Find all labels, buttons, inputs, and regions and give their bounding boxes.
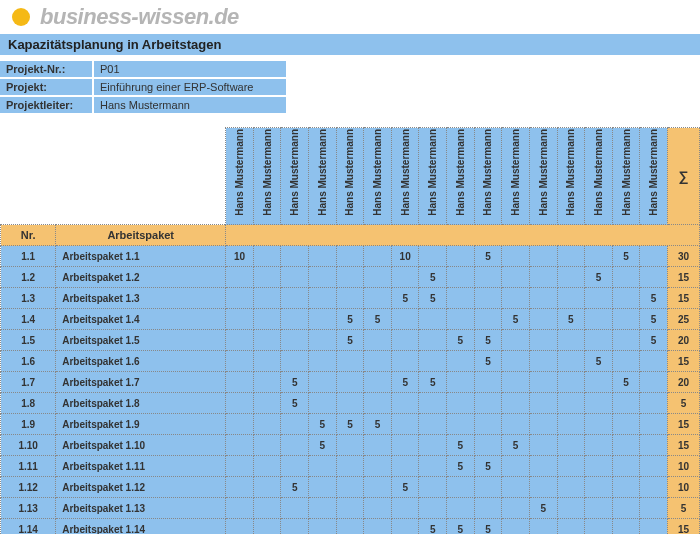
cell-rowsum: 15 <box>667 267 699 288</box>
cell-value <box>336 498 364 519</box>
cell-nr: 1.3 <box>1 288 56 309</box>
cell-value <box>364 372 392 393</box>
cell-value: 5 <box>474 456 502 477</box>
person-name: Hans Mustermann <box>262 129 273 216</box>
cell-value: 5 <box>336 330 364 351</box>
person-name: Hans Mustermann <box>234 129 245 216</box>
cell-value <box>585 519 613 535</box>
cell-value <box>529 393 557 414</box>
cell-value <box>281 435 309 456</box>
cell-value <box>281 351 309 372</box>
cell-nr: 1.12 <box>1 477 56 498</box>
cell-rowsum: 30 <box>667 246 699 267</box>
person-name: Hans Mustermann <box>565 129 576 216</box>
cell-value <box>226 498 254 519</box>
cell-ap: Arbeitspaket 1.10 <box>56 435 226 456</box>
cell-value <box>336 393 364 414</box>
cell-value <box>364 246 392 267</box>
cell-value: 5 <box>585 267 613 288</box>
cell-value <box>281 414 309 435</box>
cell-value <box>336 435 364 456</box>
person-col: Hans Mustermann <box>419 128 447 225</box>
cell-nr: 1.5 <box>1 330 56 351</box>
cell-value: 5 <box>585 351 613 372</box>
cell-value <box>557 267 585 288</box>
cell-value <box>419 351 447 372</box>
cell-value <box>391 267 419 288</box>
cell-value <box>557 519 585 535</box>
cell-value <box>253 267 281 288</box>
person-name: Hans Mustermann <box>427 129 438 216</box>
cell-value <box>585 330 613 351</box>
col-nr: Nr. <box>1 225 56 246</box>
cell-value <box>253 414 281 435</box>
cell-nr: 1.2 <box>1 267 56 288</box>
cell-value <box>281 309 309 330</box>
cell-value <box>612 351 640 372</box>
table-row: 1.14Arbeitspaket 1.1455515 <box>1 519 700 535</box>
cell-ap: Arbeitspaket 1.12 <box>56 477 226 498</box>
cell-value <box>585 456 613 477</box>
cell-value <box>474 393 502 414</box>
cell-value <box>364 456 392 477</box>
meta-leiter-label: Projektleiter: <box>0 97 92 113</box>
cell-rowsum: 15 <box>667 414 699 435</box>
cell-value <box>612 519 640 535</box>
table-row: 1.3Arbeitspaket 1.355515 <box>1 288 700 309</box>
cell-value <box>447 267 475 288</box>
cell-value <box>557 351 585 372</box>
cell-value <box>529 435 557 456</box>
person-name: Hans Mustermann <box>510 129 521 216</box>
cell-value <box>557 288 585 309</box>
cell-value <box>447 309 475 330</box>
cell-ap: Arbeitspaket 1.14 <box>56 519 226 535</box>
cell-value <box>640 498 668 519</box>
cell-ap: Arbeitspaket 1.9 <box>56 414 226 435</box>
cell-value <box>226 330 254 351</box>
cell-value <box>309 477 337 498</box>
cell-value: 5 <box>419 267 447 288</box>
cell-nr: 1.4 <box>1 309 56 330</box>
person-col: Hans Mustermann <box>640 128 668 225</box>
cell-value <box>502 414 530 435</box>
cell-value <box>391 498 419 519</box>
cell-value <box>281 246 309 267</box>
cell-value <box>253 393 281 414</box>
cell-value: 5 <box>309 435 337 456</box>
cell-value <box>253 246 281 267</box>
cell-nr: 1.10 <box>1 435 56 456</box>
person-col: Hans Mustermann <box>281 128 309 225</box>
cell-value <box>226 519 254 535</box>
cell-value: 5 <box>474 330 502 351</box>
cell-value <box>226 288 254 309</box>
cell-ap: Arbeitspaket 1.13 <box>56 498 226 519</box>
cell-value <box>226 414 254 435</box>
table-row: 1.9Arbeitspaket 1.955515 <box>1 414 700 435</box>
cell-value <box>391 393 419 414</box>
cell-value: 5 <box>391 288 419 309</box>
cell-value <box>253 519 281 535</box>
cell-value <box>612 414 640 435</box>
cell-value <box>585 246 613 267</box>
cell-value <box>557 477 585 498</box>
cell-value <box>419 477 447 498</box>
cell-value <box>391 351 419 372</box>
person-name: Hans Mustermann <box>593 129 604 216</box>
table-row: 1.5Arbeitspaket 1.5555520 <box>1 330 700 351</box>
cell-value <box>585 288 613 309</box>
cell-value <box>612 309 640 330</box>
meta-projektnr-value: P01 <box>94 61 286 77</box>
cell-value <box>447 246 475 267</box>
cell-value <box>281 267 309 288</box>
cell-value: 5 <box>419 519 447 535</box>
cell-value <box>253 351 281 372</box>
person-col: Hans Mustermann <box>253 128 281 225</box>
cell-value <box>309 498 337 519</box>
cell-value: 5 <box>502 435 530 456</box>
person-name: Hans Mustermann <box>621 129 632 216</box>
logo-text: business-wissen.de <box>40 4 239 30</box>
table-row: 1.11Arbeitspaket 1.115510 <box>1 456 700 477</box>
cell-value <box>364 435 392 456</box>
cell-value: 5 <box>474 351 502 372</box>
cell-value <box>585 477 613 498</box>
